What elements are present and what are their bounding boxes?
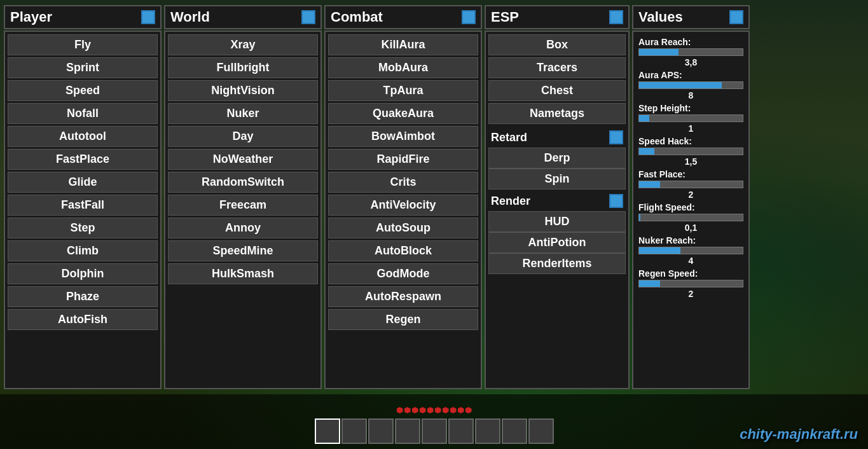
values-toggle-button[interactable] [729, 10, 743, 24]
slider-row-7: Regen Speed:2 [638, 268, 743, 299]
hotbar-slot-8[interactable] [502, 418, 527, 444]
menu-item-tpaura[interactable]: TpAura [328, 80, 478, 101]
slider-row-5: Flight Speed:0,1 [638, 202, 743, 233]
hearts-container [397, 407, 472, 413]
slider-track-4[interactable] [638, 181, 743, 188]
heart-7 [450, 407, 457, 413]
menu-item-regen[interactable]: Regen [328, 309, 478, 330]
menu-item-autotool[interactable]: Autotool [8, 126, 158, 147]
slider-track-1[interactable] [638, 81, 743, 89]
menu-item-quakeaura[interactable]: QuakeAura [328, 103, 478, 124]
retard-toggle-button[interactable] [609, 130, 623, 144]
menu-item-annoy[interactable]: Annoy [168, 218, 318, 238]
menu-item-bowaimbot[interactable]: BowAimbot [328, 126, 478, 147]
menu-item-renderitems[interactable]: RenderItems [488, 253, 626, 274]
menu-item-climb[interactable]: Climb [8, 240, 158, 261]
slider-label-2: Step Height: [638, 103, 743, 113]
world-panel-header: World [164, 5, 322, 29]
slider-track-2[interactable] [638, 114, 743, 122]
hotbar-slot-5[interactable] [422, 418, 447, 444]
menu-item-fullbright[interactable]: Fullbright [168, 57, 318, 78]
esp-item-nametags[interactable]: Nametags [488, 103, 626, 124]
menu-item-godmode[interactable]: GodMode [328, 263, 478, 284]
menu-item-nuker[interactable]: Nuker [168, 103, 318, 124]
menu-item-autofish[interactable]: AutoFish [8, 309, 158, 330]
menu-item-dolphin[interactable]: Dolphin [8, 263, 158, 284]
menu-item-rapidfire[interactable]: RapidFire [328, 149, 478, 170]
render-toggle-button[interactable] [609, 194, 623, 208]
hotbar-slot-9[interactable] [528, 418, 554, 444]
menu-item-xray[interactable]: Xray [168, 34, 318, 55]
esp-item-tracers[interactable]: Tracers [488, 57, 626, 78]
watermark: chity-majnkraft.ru [740, 426, 858, 443]
menu-item-phaze[interactable]: Phaze [8, 286, 158, 307]
slider-fill-1 [639, 82, 722, 88]
heart-6 [443, 407, 449, 413]
hotbar-slot-2[interactable] [341, 418, 367, 444]
hotbar-slot-7[interactable] [475, 418, 500, 444]
values-panel-header: Values [632, 5, 750, 29]
menu-item-killaura[interactable]: KillAura [328, 34, 478, 55]
slider-fill-2 [639, 115, 649, 121]
menu-item-hud[interactable]: HUD [488, 211, 626, 232]
menu-item-sprint[interactable]: Sprint [8, 57, 158, 78]
render-section-header: Render [488, 193, 626, 209]
slider-track-0[interactable] [638, 48, 743, 56]
menu-item-mobaura[interactable]: MobAura [328, 57, 478, 78]
menu-item-speed[interactable]: Speed [8, 80, 158, 101]
hotbar-slot-1[interactable] [315, 418, 340, 444]
menu-item-nightvision[interactable]: NightVision [168, 80, 318, 101]
menu-item-spin[interactable]: Spin [488, 169, 626, 190]
bottom-bar [0, 394, 868, 449]
hotbar-slot-3[interactable] [368, 418, 394, 444]
menu-item-fastplace[interactable]: FastPlace [8, 149, 158, 170]
player-panel-header: Player [4, 5, 162, 29]
menu-item-fastfall[interactable]: FastFall [8, 195, 158, 216]
slider-fill-7 [639, 280, 660, 287]
retard-section-header: Retard [488, 129, 626, 146]
slider-row-0: Aura Reach:3,8 [638, 37, 743, 67]
slider-value-4: 2 [638, 190, 743, 200]
menu-item-derp[interactable]: Derp [488, 148, 626, 169]
player-panel-body: FlySprintSpeedNofallAutotoolFastPlaceGli… [4, 31, 162, 389]
slider-row-4: Fast Place:2 [638, 169, 743, 200]
menu-item-freecam[interactable]: Freecam [168, 195, 318, 216]
menu-item-autosoup[interactable]: AutoSoup [328, 218, 478, 238]
esp-item-box[interactable]: Box [488, 34, 626, 55]
slider-label-4: Fast Place: [638, 169, 743, 179]
esp-panel-header: ESP [485, 5, 630, 29]
slider-track-7[interactable] [638, 280, 743, 287]
esp-toggle-button[interactable] [609, 10, 623, 24]
menu-item-glide[interactable]: Glide [8, 172, 158, 193]
menu-item-hulksmash[interactable]: HulkSmash [168, 263, 318, 284]
menu-item-nofall[interactable]: Nofall [8, 103, 158, 124]
esp-item-chest[interactable]: Chest [488, 80, 626, 101]
slider-fill-4 [639, 181, 660, 188]
menu-item-day[interactable]: Day [168, 126, 318, 147]
hotbar-slot-6[interactable] [448, 418, 474, 444]
slider-label-5: Flight Speed: [638, 202, 743, 212]
heart-9 [465, 407, 472, 413]
slider-track-3[interactable] [638, 148, 743, 155]
menu-item-noweather[interactable]: NoWeather [168, 149, 318, 170]
world-toggle-button[interactable] [301, 10, 315, 24]
combat-toggle-button[interactable] [462, 10, 476, 24]
world-panel-title: World [170, 9, 210, 25]
menu-item-antivelocity[interactable]: AntiVelocity [328, 195, 478, 216]
menu-item-fly[interactable]: Fly [8, 34, 158, 55]
menu-item-autoblock[interactable]: AutoBlock [328, 240, 478, 261]
menu-item-randomswitch[interactable]: RandomSwitch [168, 172, 318, 193]
hotbar-slot-4[interactable] [395, 418, 420, 444]
slider-value-1: 8 [638, 90, 743, 100]
menu-item-speedmine[interactable]: SpeedMine [168, 240, 318, 261]
player-panel: Player FlySprintSpeedNofallAutotoolFastP… [4, 5, 162, 389]
player-toggle-button[interactable] [141, 10, 155, 24]
combat-panel: Combat KillAuraMobAuraTpAuraQuakeAuraBow… [324, 5, 482, 389]
menu-item-step[interactable]: Step [8, 218, 158, 238]
menu-item-autorespawn[interactable]: AutoRespawn [328, 286, 478, 307]
menu-item-crits[interactable]: Crits [328, 172, 478, 193]
slider-track-5[interactable] [638, 214, 743, 221]
slider-track-6[interactable] [638, 247, 743, 254]
menu-item-antipotion[interactable]: AntiPotion [488, 232, 626, 253]
slider-fill-5 [639, 214, 640, 221]
